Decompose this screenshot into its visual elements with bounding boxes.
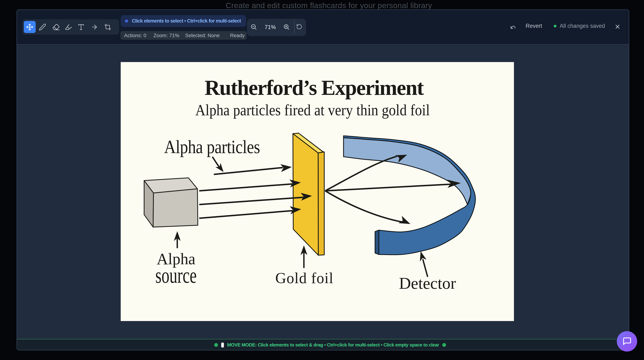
svg-text:source: source	[155, 263, 197, 288]
svg-text:Gold foil: Gold foil	[275, 270, 334, 286]
svg-text:Rutherford’s Experiment: Rutherford’s Experiment	[205, 76, 424, 100]
svg-text:Alpha particles: Alpha particles	[164, 136, 260, 157]
svg-text:Alpha particles fired at very: Alpha particles fired at very thin gold …	[195, 102, 430, 119]
